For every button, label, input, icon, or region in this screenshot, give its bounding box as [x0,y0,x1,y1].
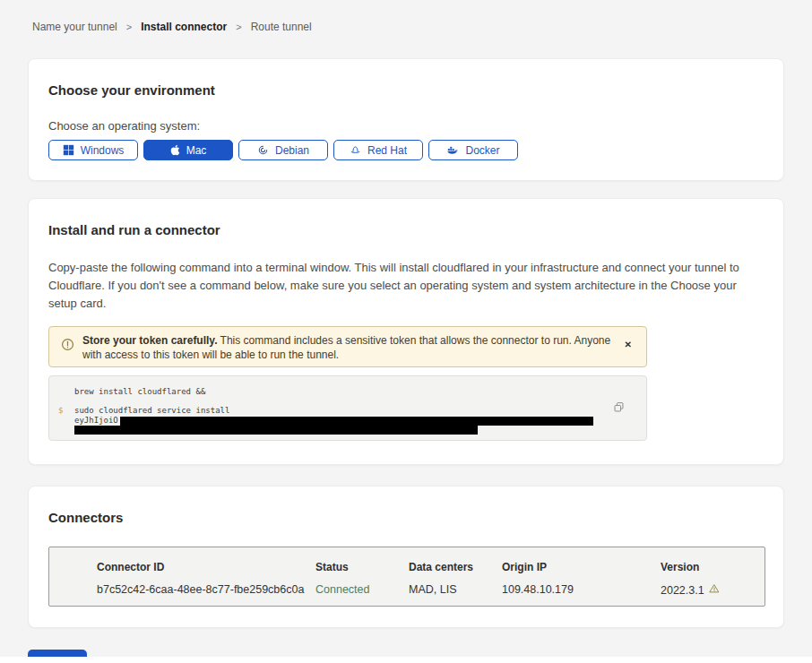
install-card-title: Install and run a connector [48,222,764,237]
os-button-windows[interactable]: Windows [48,140,138,160]
breadcrumb-separator: > [236,22,241,32]
windows-icon [63,144,74,156]
origin-ip-value: 109.48.10.179 [502,583,661,597]
environment-card: Choose your environment Choose an operat… [28,58,784,181]
os-button-label: Windows [81,144,125,157]
environment-card-title: Choose your environment [48,82,764,98]
col-header-connector-id: Connector ID [97,561,315,583]
bottom-strip [0,657,812,663]
col-header-status: Status [315,561,409,583]
os-button-debian[interactable]: Debian [238,140,328,160]
version-warning-icon [709,583,720,597]
os-button-docker[interactable]: Docker [428,140,518,160]
col-header-origin-ip: Origin IP [502,561,661,583]
version-value: 2022.3.1 [661,583,747,597]
os-button-group: Windows Mac Debian [48,140,764,160]
col-header-data-centers: Data centers [409,561,502,583]
token-warning-alert: Store your token carefully. This command… [48,326,647,367]
token-warning-text: Store your token carefully. This command… [82,333,611,362]
breadcrumb-name-your-tunnel[interactable]: Name your tunnel [32,21,117,33]
breadcrumb-separator: > [126,22,132,32]
docker-icon [446,144,459,156]
connectors-table-header: Connector ID Status Data centers Origin … [97,561,747,583]
info-icon [61,338,74,355]
close-icon[interactable]: ✕ [619,333,637,357]
os-button-mac[interactable]: Mac [143,140,233,160]
connectors-card-title: Connectors [48,510,764,525]
connectors-table: Connector ID Status Data centers Origin … [48,547,765,607]
install-command-code-block: $ brew install cloudflared && sudo cloud… [48,375,647,441]
connectors-card: Connectors Connector ID Status Data cent… [28,486,784,628]
connector-id-value: b7c52c42-6caa-48ee-8c77-fbe259cb6c0a [97,583,315,597]
code-line-brew: brew install cloudflared && [74,387,646,397]
os-button-label: Red Hat [367,144,407,157]
os-select-label: Choose an operating system: [48,119,764,133]
shell-prompt: $ [58,406,63,415]
install-connector-card: Install and run a connector Copy-paste t… [28,198,784,465]
col-header-version: Version [661,561,747,583]
os-button-label: Debian [275,144,309,157]
token-warning-title: Store your token carefully. [82,334,218,347]
token-redaction-bar [120,417,593,426]
copy-icon[interactable] [611,400,626,418]
redhat-icon [350,144,361,156]
breadcrumb-route-tunnel[interactable]: Route tunnel [251,21,312,33]
token-redaction-bar [74,426,478,435]
code-line-sudo: sudo cloudflared service install [74,406,646,416]
os-button-label: Docker [465,144,499,157]
version-number: 2022.3.1 [661,584,704,597]
install-description: Copy-paste the following command into a … [48,259,765,313]
os-button-redhat[interactable]: Red Hat [333,140,423,160]
os-button-label: Mac [186,144,207,157]
breadcrumb-install-connector[interactable]: Install connector [141,21,227,33]
table-row: b7c52c42-6caa-48ee-8c77-fbe259cb6c0a Con… [97,583,747,597]
debian-icon [257,144,269,156]
status-badge: Connected [315,583,409,597]
apple-icon [170,144,180,156]
data-centers-value: MAD, LIS [409,583,502,597]
code-line-token: eyJhIjoiO [74,416,646,426]
breadcrumb: Name your tunnel > Install connector > R… [0,0,812,33]
token-prefix: eyJhIjoiO [74,416,118,425]
